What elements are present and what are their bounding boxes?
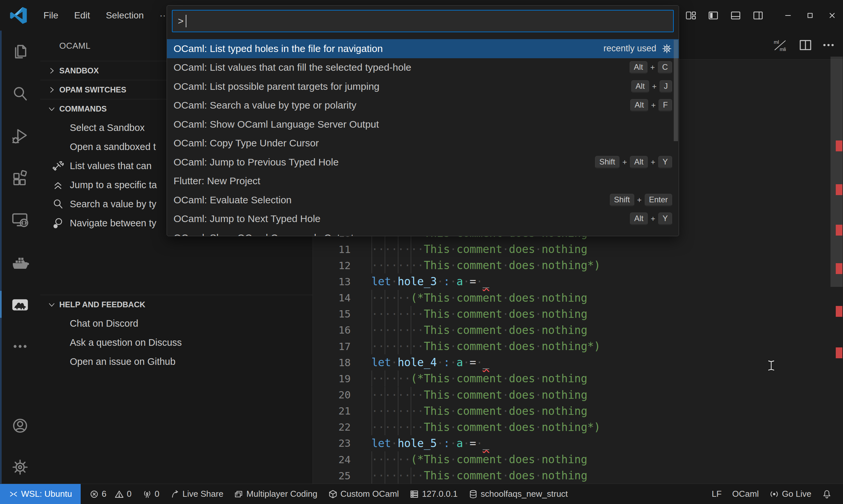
status-ports[interactable]: 0 xyxy=(137,484,165,504)
menu-selection[interactable]: Selection xyxy=(98,6,152,25)
status-server[interactable]: 127.0.0.1 xyxy=(404,484,463,504)
whitespace-dot: · xyxy=(398,421,405,434)
toggle-panel-icon[interactable] xyxy=(730,10,741,21)
layout-controls xyxy=(685,10,764,21)
sidebar-item[interactable]: Open an issue on Github xyxy=(40,352,312,371)
activitybar-explorer[interactable] xyxy=(0,31,40,73)
palette-item-right: Alt+J xyxy=(631,80,672,93)
maximize-button[interactable] xyxy=(799,0,821,31)
whitespace-dot: · xyxy=(404,404,411,417)
whitespace-dot: · xyxy=(535,324,542,337)
status-custom-ocaml[interactable]: Custom OCaml xyxy=(323,484,405,504)
close-button[interactable] xyxy=(821,0,843,31)
activitybar-search[interactable] xyxy=(0,73,40,115)
server-icon xyxy=(409,489,419,499)
sidebar-item[interactable]: Ask a question on Discuss xyxy=(40,333,312,352)
section-header-help[interactable]: HELP AND FEEDBACK xyxy=(40,295,312,314)
status-database[interactable]: schoolfaqs_new_struct xyxy=(463,484,573,504)
keybinding-key: Alt xyxy=(630,99,648,111)
status-problems[interactable]: 60 xyxy=(84,484,137,504)
whitespace-dot: · xyxy=(391,308,398,320)
activitybar-accounts[interactable] xyxy=(0,417,40,434)
whitespace-dot: · xyxy=(502,291,509,304)
window-left-border xyxy=(0,0,2,484)
activitybar-extensions[interactable] xyxy=(0,157,40,199)
status-multiplayer-coding[interactable]: Multiplayer Coding xyxy=(228,484,322,504)
palette-item[interactable]: OCaml: Show OCaml Language Server Output xyxy=(167,115,679,134)
token-var: hole_5 xyxy=(397,437,437,450)
token-op: = xyxy=(469,437,476,450)
token-comment: This xyxy=(424,308,450,320)
palette-item[interactable]: OCaml: List typed holes in the file for … xyxy=(167,39,679,58)
token-comment: comment xyxy=(457,308,502,320)
whitespace-dot: · xyxy=(502,340,509,353)
palette-item-right: Shift+Alt+Y xyxy=(595,156,672,168)
scrollbar-slider[interactable] xyxy=(830,57,843,287)
minimize-button[interactable] xyxy=(777,0,799,31)
editor-scrollbar[interactable] xyxy=(830,31,843,484)
status-eol[interactable]: LF xyxy=(706,484,727,504)
whitespace-dot: · xyxy=(404,389,411,401)
status-label: Custom OCaml xyxy=(341,489,399,499)
command-palette-input[interactable]: > xyxy=(172,10,674,32)
sidebar-item[interactable]: Chat on Discord xyxy=(40,314,312,333)
token-op: = xyxy=(469,356,476,369)
activitybar-settings[interactable] xyxy=(0,458,40,476)
palette-scrollbar[interactable] xyxy=(674,40,678,141)
toggle-primary-sidebar-icon[interactable] xyxy=(708,10,719,21)
toggle-secondary-sidebar-icon[interactable] xyxy=(753,10,764,21)
warning-icon xyxy=(114,489,124,499)
token-comment: This xyxy=(424,243,450,256)
whitespace-dot: · xyxy=(385,421,391,434)
palette-item[interactable]: OCaml: List possible parent targets for … xyxy=(167,77,679,96)
status-notifications[interactable] xyxy=(816,484,837,504)
whitespace-dot: · xyxy=(385,389,391,401)
status-label: Live Share xyxy=(183,489,223,499)
palette-item[interactable]: OCaml: Search a value by type or polarit… xyxy=(167,96,679,115)
command-palette-list: OCaml: List typed holes in the file for … xyxy=(167,39,679,236)
section-label: COMMANDS xyxy=(59,104,107,113)
palette-item-right: recently used xyxy=(603,43,672,54)
token-comment: comment xyxy=(457,259,502,272)
palette-item[interactable]: OCaml: Evaluate SelectionShift+Enter xyxy=(167,191,679,210)
whitespace-dot: · xyxy=(411,421,417,434)
whitespace-dot: · xyxy=(404,453,411,466)
activitybar-more[interactable] xyxy=(0,325,40,367)
whitespace-dot: · xyxy=(437,275,444,288)
chevron-down-icon xyxy=(48,105,56,113)
keybinding-key: J xyxy=(659,80,672,93)
palette-item[interactable]: OCaml: Copy Type Under Cursor xyxy=(167,134,679,153)
whitespace-dot: · xyxy=(450,404,457,417)
activitybar-docker[interactable] xyxy=(0,241,40,283)
whitespace-dot: · xyxy=(378,421,385,434)
status-go-live[interactable]: Go Live xyxy=(764,484,816,504)
activitybar-ocaml[interactable] xyxy=(0,283,40,325)
token-comment: comment xyxy=(457,243,502,256)
gear-icon[interactable] xyxy=(661,43,672,54)
status-remote[interactable]: WSL: Ubuntu xyxy=(0,484,81,504)
activitybar-remote-explorer[interactable] xyxy=(0,199,40,241)
token-comment: comment xyxy=(457,389,502,401)
palette-item[interactable]: OCaml: Show OCaml Commands Output xyxy=(167,228,679,236)
menu-file[interactable]: File xyxy=(36,6,66,25)
status-language-mode[interactable]: OCaml xyxy=(727,484,764,504)
menu-edit[interactable]: Edit xyxy=(66,6,98,25)
broadcast-tower-icon xyxy=(142,489,152,499)
palette-item[interactable]: Flutter: New Project xyxy=(167,172,679,191)
status-live-share[interactable]: Live Share xyxy=(165,484,228,504)
activitybar-run-debug[interactable] xyxy=(0,115,40,157)
keybinding-separator: + xyxy=(637,195,642,205)
whitespace-dot: · xyxy=(450,372,457,385)
palette-item[interactable]: OCaml: List values that can fill the sel… xyxy=(167,58,679,77)
whitespace-dot: · xyxy=(535,308,542,320)
whitespace-dot: · xyxy=(417,243,424,256)
keybinding-key: Alt xyxy=(631,80,649,93)
status-part: Go Live xyxy=(769,489,811,499)
palette-item[interactable]: OCaml: Jump to Next Typed HoleAlt+Y xyxy=(167,210,679,229)
keybinding-key: Enter xyxy=(645,194,672,206)
customize-layout-icon[interactable] xyxy=(685,10,696,21)
palette-item-label: OCaml: Jump to Previous Typed Hole xyxy=(174,157,339,168)
keybinding-separator: + xyxy=(651,158,655,167)
palette-item[interactable]: OCaml: Jump to Previous Typed HoleShift+… xyxy=(167,152,679,172)
token-comment: This xyxy=(424,340,450,353)
